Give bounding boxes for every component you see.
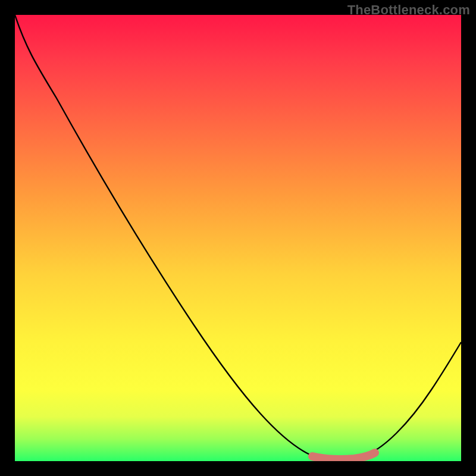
optimal-region-highlight — [312, 453, 375, 459]
chart-plot-area — [15, 15, 461, 461]
bottleneck-curve — [15, 15, 461, 459]
watermark-text: TheBottleneck.com — [347, 2, 470, 18]
chart-svg — [15, 15, 461, 461]
